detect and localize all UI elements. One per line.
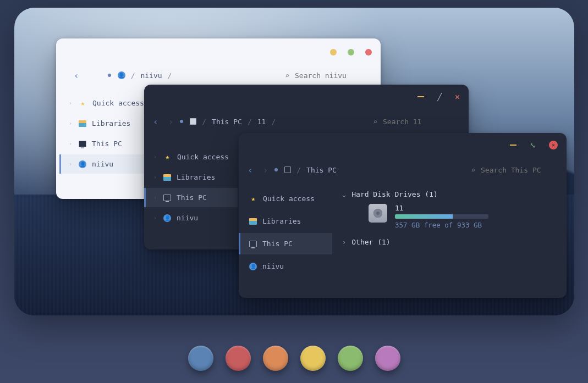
breadcrumb[interactable]: / This PC <box>284 166 337 174</box>
address-bar: ‹ › / This PC / 11 / ⌕ <box>144 109 469 134</box>
breadcrumb[interactable]: 👤 / niivu / <box>118 71 172 80</box>
search-icon: ⌕ <box>373 118 377 126</box>
libraries-icon <box>79 120 86 127</box>
sidebar: › ★ Quick access › Libraries › This PC ›… <box>59 88 153 199</box>
libraries-icon <box>249 218 257 225</box>
swatch-blue[interactable] <box>188 346 213 371</box>
nav-back-icon[interactable]: ‹ <box>74 70 79 81</box>
search-input[interactable] <box>383 118 460 126</box>
breadcrumb-part: 11 <box>257 118 266 126</box>
drive-item[interactable]: 11 357 GB free of 933 GB <box>369 204 557 229</box>
sidebar-item-this-pc[interactable]: › This PC <box>144 188 238 207</box>
desktop-wallpaper: ‹ 👤 / niivu / ⌕ › ★ Quick access <box>14 8 574 315</box>
breadcrumb-part: This PC <box>212 118 242 126</box>
sidebar-item-niivu[interactable]: 👤 niivu <box>239 256 332 277</box>
chevron-right-icon: › <box>69 141 73 147</box>
window-controls: ⤡ ✕ <box>510 141 558 149</box>
nav-back-icon[interactable]: ‹ <box>248 165 253 175</box>
window-close-dot[interactable] <box>365 49 372 55</box>
explorer-window-dark-2: ⤡ ✕ ‹ › / This PC ⌕ ★ <box>239 133 567 298</box>
drive-icon <box>190 118 196 125</box>
sidebar-item-this-pc[interactable]: This PC <box>239 233 332 254</box>
sidebar-item-niivu[interactable]: ›👤 niivu <box>144 208 238 227</box>
libraries-icon <box>163 174 171 181</box>
breadcrumb-dot-icon <box>274 168 278 171</box>
breadcrumb-name: niivu <box>140 71 162 80</box>
sidebar-item-libraries[interactable]: › Libraries <box>144 168 238 187</box>
window-controls: ╱ ✕ <box>417 92 460 102</box>
content-area: ⌄ Hard Disk Drives (1) 11 357 GB free of… <box>332 182 567 298</box>
window-maximize-icon[interactable]: ╱ <box>437 93 442 101</box>
swatch-purple[interactable] <box>375 346 400 371</box>
user-icon: 👤 <box>79 160 86 168</box>
sidebar-item-label: niivu <box>92 160 113 168</box>
drive-free-text: 357 GB free of 933 GB <box>395 221 488 229</box>
swatch-orange[interactable] <box>263 346 288 371</box>
search-box[interactable]: ⌕ <box>285 71 372 80</box>
breadcrumb-dot-icon <box>108 74 111 77</box>
user-icon: 👤 <box>163 214 171 222</box>
sidebar-item-label: Libraries <box>92 119 130 127</box>
sidebar-item-label: niivu <box>177 214 198 222</box>
sidebar: ›★ Quick access › Libraries › This PC ›👤… <box>144 142 238 249</box>
sidebar-item-label: Quick access <box>92 99 144 107</box>
pc-icon <box>163 195 171 201</box>
sidebar-item-libraries[interactable]: Libraries <box>239 210 332 232</box>
breadcrumb[interactable]: / This PC / 11 / <box>190 118 276 126</box>
breadcrumb-dot-icon <box>180 120 183 123</box>
search-input[interactable] <box>481 166 558 174</box>
sidebar-item-quick-access[interactable]: ★ Quick access <box>239 188 332 209</box>
color-palette <box>0 346 588 371</box>
sidebar-item-libraries[interactable]: › Libraries <box>59 114 153 133</box>
category-label: Other (1) <box>351 238 390 246</box>
category-other[interactable]: › Other (1) <box>342 238 557 246</box>
chevron-down-icon: ⌄ <box>342 191 346 198</box>
sidebar-item-niivu[interactable]: › 👤 niivu <box>59 154 153 174</box>
chevron-right-icon: › <box>342 238 346 246</box>
nav-forward-icon[interactable]: › <box>263 165 268 175</box>
sidebar-item-label: Quick access <box>263 195 315 203</box>
category-label: Hard Disk Drives (1) <box>351 190 438 198</box>
window-minimize-icon[interactable] <box>510 145 516 146</box>
breadcrumb-sep: / <box>131 71 135 80</box>
window-close-icon[interactable]: ✕ <box>549 141 558 149</box>
category-hard-disk-drives[interactable]: ⌄ Hard Disk Drives (1) <box>342 190 557 198</box>
sidebar-item-quick-access[interactable]: › ★ Quick access <box>59 93 153 113</box>
monitor-icon <box>284 166 291 173</box>
titlebar <box>56 38 381 63</box>
storage-bar <box>395 214 488 219</box>
window-minimize-icon[interactable] <box>417 96 424 97</box>
chevron-right-icon: › <box>69 161 73 167</box>
search-icon: ⌕ <box>285 71 289 80</box>
swatch-red[interactable] <box>226 346 251 371</box>
user-icon: 👤 <box>118 71 125 79</box>
nav-forward-icon[interactable]: › <box>168 116 174 127</box>
star-icon: ★ <box>79 99 87 107</box>
window-maximize-dot[interactable] <box>348 49 354 55</box>
nav-back-icon[interactable]: ‹ <box>153 116 158 127</box>
window-maximize-icon[interactable]: ⤡ <box>530 141 536 149</box>
search-input[interactable] <box>295 71 372 80</box>
star-icon: ★ <box>163 153 172 161</box>
sidebar-item-label: niivu <box>262 262 284 270</box>
search-box[interactable]: ⌕ <box>373 118 460 126</box>
chevron-right-icon: › <box>69 100 73 106</box>
sidebar-item-label: This PC <box>177 193 207 202</box>
sidebar-item-this-pc[interactable]: › This PC <box>59 134 153 153</box>
sidebar-item-label: Libraries <box>262 217 301 225</box>
star-icon: ★ <box>249 195 257 203</box>
titlebar: ⤡ ✕ <box>239 133 567 157</box>
sidebar: ★ Quick access Libraries This PC 👤 niivu <box>239 182 332 298</box>
pc-icon <box>249 241 257 247</box>
sidebar-item-label: Quick access <box>177 153 229 161</box>
swatch-yellow[interactable] <box>300 346 326 371</box>
window-close-icon[interactable]: ✕ <box>455 92 460 102</box>
sidebar-item-label: Libraries <box>177 173 215 181</box>
window-minimize-dot[interactable] <box>330 49 337 55</box>
breadcrumb-part: This PC <box>306 166 337 174</box>
search-box[interactable]: ⌕ <box>471 166 558 174</box>
user-icon: 👤 <box>249 263 257 270</box>
sidebar-item-quick-access[interactable]: ›★ Quick access <box>144 147 238 166</box>
swatch-green[interactable] <box>338 346 363 371</box>
chevron-right-icon: › <box>69 120 73 126</box>
